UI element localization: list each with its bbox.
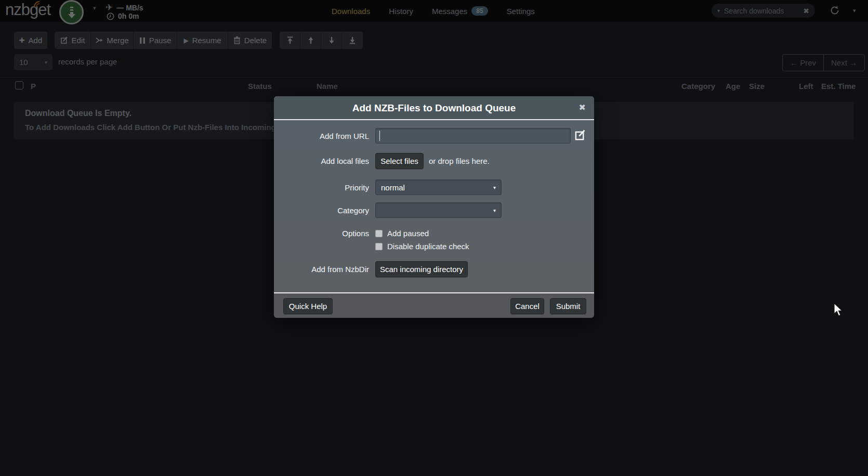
- nzbget-app: nzbget ▾ ✈ — MB/s 0h 0m Downloa: [0, 0, 868, 476]
- close-icon[interactable]: ✖: [579, 102, 586, 112]
- category-label: Category: [274, 206, 369, 215]
- dialog-footer: Quick Help Cancel Submit: [274, 292, 594, 318]
- text-cursor: [379, 131, 380, 141]
- disable-duplicate-checkbox[interactable]: [375, 243, 383, 250]
- drop-files-hint: or drop files here.: [429, 157, 490, 165]
- dialog-title: Add NZB-Files to Download Queue: [274, 96, 594, 120]
- priority-label: Priority: [274, 183, 369, 192]
- quick-help-button[interactable]: Quick Help: [283, 298, 333, 314]
- url-field-label: Add from URL: [274, 132, 369, 140]
- paste-edit-icon[interactable]: [574, 129, 586, 141]
- local-files-label: Add local files: [274, 157, 369, 165]
- priority-select[interactable]: normal ▾: [375, 179, 502, 195]
- dialog-header: Add NZB-Files to Download Queue ✖: [274, 96, 594, 120]
- disable-duplicate-label[interactable]: Disable duplicate check: [387, 242, 469, 251]
- priority-caret-icon: ▾: [493, 185, 496, 190]
- add-paused-checkbox[interactable]: [375, 230, 383, 237]
- options-label: Options: [274, 229, 369, 238]
- mouse-cursor: [833, 303, 844, 317]
- category-caret-icon: ▾: [493, 208, 496, 213]
- cancel-button[interactable]: Cancel: [510, 298, 544, 314]
- dialog-body: Add from URL Add local files Select file…: [274, 120, 594, 291]
- add-paused-label[interactable]: Add paused: [387, 229, 429, 238]
- add-nzb-dialog: Add NZB-Files to Download Queue ✖ Add fr…: [274, 96, 594, 318]
- nzbdir-label: Add from NzbDir: [274, 265, 369, 274]
- category-select[interactable]: ▾: [375, 202, 502, 218]
- url-input[interactable]: [375, 128, 571, 144]
- select-files-button[interactable]: Select files: [375, 153, 424, 169]
- scan-directory-button[interactable]: Scan incoming directory: [375, 261, 468, 277]
- submit-button[interactable]: Submit: [550, 298, 586, 314]
